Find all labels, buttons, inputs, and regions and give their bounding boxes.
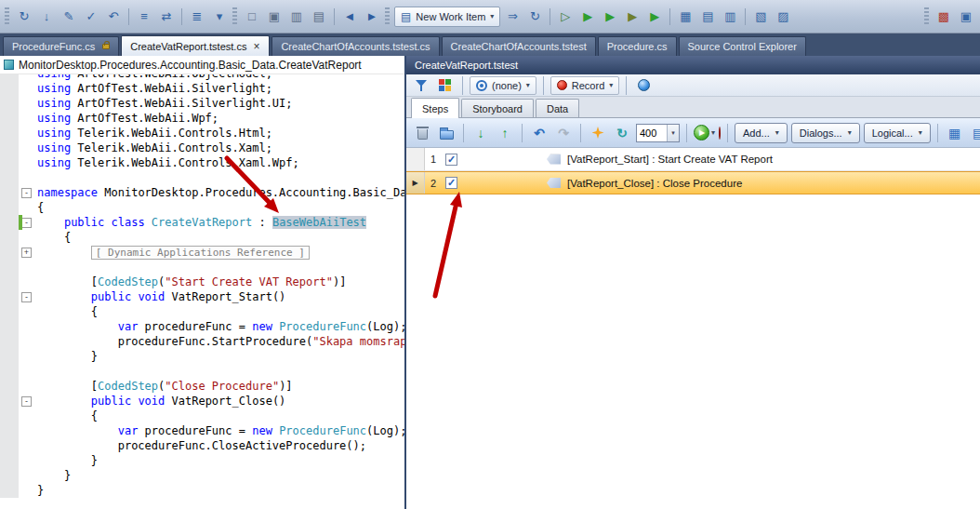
code-line[interactable]: using ArtOfTest.WebAii.Silverlight.UI; [0,96,404,111]
pane-title-bar[interactable]: CreateVatReport.tstest [406,56,980,74]
delay-dropdown-icon[interactable]: ▾ [667,125,679,141]
browser-globe-icon[interactable] [633,76,654,95]
debug-tests-icon[interactable]: ▶ [622,7,642,26]
highlight-sparkle-icon[interactable] [588,123,608,143]
compare-icon[interactable]: ⇄ [156,7,177,26]
toolbar-grip[interactable] [5,7,9,26]
add-dropdown[interactable]: Add...▾ [735,123,788,143]
step-checkbox[interactable]: ✓ [445,177,457,189]
code-line[interactable]: -namespace MonitorDesktop.Procedures.Acc… [0,185,404,200]
window-split-icon[interactable]: ▥ [286,7,307,26]
output-window-icon[interactable]: ▨ [773,7,793,26]
tab-source-control-explorer[interactable]: Source Control Explorer [679,36,806,56]
code-line[interactable]: } [0,453,404,468]
close-tab-icon[interactable]: × [252,41,260,52]
code-line[interactable]: { [0,409,404,423]
window-dock-icon[interactable]: ▤ [309,7,329,26]
toolbar-grip[interactable] [385,7,390,26]
bookmark-icon[interactable]: ▾ [209,7,230,26]
navigate-back-icon[interactable]: ◄ [339,7,360,26]
refresh-delay-icon[interactable]: ↻ [612,123,632,143]
code-line[interactable] [0,364,404,379]
error-list-icon[interactable]: ▧ [750,7,771,26]
record-step-button[interactable] [719,127,721,140]
undo-pending-icon[interactable]: ↶ [103,7,124,26]
delay-value-input[interactable] [637,127,667,139]
redo-icon[interactable]: ↷ [553,123,574,143]
toolbar-grip[interactable] [232,7,237,26]
code-line[interactable]: } [0,483,404,498]
test-step-row[interactable]: ▶2✓[VatReport_Close] : Close Procedure [406,171,980,194]
code-line[interactable]: - public class CreateVatReport : BaseWeb… [0,215,404,230]
run-button[interactable]: ▶▾ [694,125,715,141]
code-line[interactable]: } [0,468,404,483]
test-lists-icon[interactable]: ▦ [945,123,965,143]
expand-region-icon[interactable]: + [21,248,32,258]
code-line[interactable]: procedureFunc.CloseActiveProcedure(); [0,438,404,453]
step-checkbox[interactable]: ✓ [445,154,457,166]
navigate-forward-icon[interactable]: ► [362,7,382,26]
view-history-icon[interactable]: ≡ [134,7,154,26]
test-list-editor-icon[interactable]: ▥ [720,7,740,26]
tab-createvatreport-tstest-cs[interactable]: CreateVatReport.tstest.cs× [121,35,270,56]
execution-delay-input[interactable]: ▾ [636,124,680,142]
code-line[interactable]: - public void VatReport_Close() [0,394,404,409]
code-line[interactable]: var procedureFunc = new ProcedureFunc(Lo… [0,423,404,438]
code-line[interactable]: - public void VatReport_Start() [0,289,404,304]
collapse-region-icon[interactable]: - [21,292,32,302]
check-in-icon[interactable]: ✓ [81,7,101,26]
tab-procedurefunc-cs[interactable]: ProcedureFunc.cs [3,36,119,56]
tab-procedure-cs[interactable]: Procedure.cs [598,36,677,56]
collapse-region-icon[interactable]: - [21,396,32,407]
outline-collapse-icon[interactable]: ≣ [187,7,207,26]
code-line[interactable]: using ArtOfTest.WebAii.Silverlight; [0,81,404,96]
code-area[interactable]: using ArtOfTest.WebAii.ObjectModel;using… [0,74,404,509]
logical-dropdown[interactable]: Logical...▾ [864,123,931,143]
tab-createchartofaccounts-tstest[interactable]: CreateChartOfAccounts.tstest [442,36,596,56]
code-line[interactable] [0,170,404,185]
run-with-options-icon[interactable]: ▶ [644,7,665,26]
collapse-region-icon[interactable]: - [21,188,32,198]
refresh-source-icon[interactable]: ↻ [14,7,34,26]
collapse-region-icon[interactable]: - [21,218,32,228]
element-explorer-icon[interactable]: ▤ [969,123,980,143]
code-line[interactable]: using Telerik.WebAii.Controls.Xaml; [0,141,404,155]
code-line[interactable]: { [0,304,404,319]
code-line[interactable]: using Telerik.WebAii.Controls.Xaml.Wpf; [0,155,404,170]
record-dropdown[interactable]: Record▾ [550,76,619,95]
code-line[interactable]: procedureFunc.StartProcedure("Skapa moms… [0,334,404,349]
extension-icon[interactable]: ▩ [934,7,954,26]
code-line[interactable]: using Telerik.WebAii.Controls.Html; [0,126,404,141]
move-step-down-icon[interactable]: ↓ [470,123,491,143]
filter-edit-icon[interactable] [411,76,431,95]
code-line[interactable]: { [0,200,404,215]
link-work-item-icon[interactable]: ⇒ [502,7,523,26]
code-line[interactable]: using ArtOfTest.WebAii.ObjectModel; [0,74,404,81]
refresh-query-icon[interactable]: ↻ [524,7,545,26]
move-step-up-icon[interactable]: ↑ [495,123,515,143]
breadcrumb[interactable]: MonitorDesktop.Procedures.Accounting.Bas… [19,59,362,72]
highlight-element-icon[interactable] [435,76,456,95]
dialogs-dropdown[interactable]: Dialogs...▾ [791,123,860,143]
get-latest-icon[interactable]: ↓ [36,7,57,26]
data-source-dropdown[interactable]: (none)▾ [470,76,536,95]
tab-createchartofaccounts-tstest-cs[interactable]: CreateChartOfAccounts.tstest.cs [271,36,439,56]
run-tests-icon[interactable]: ▶ [577,7,598,26]
undo-icon[interactable]: ↶ [529,123,550,143]
code-line[interactable] [0,260,404,275]
run-all-tests-icon[interactable]: ▶ [600,7,620,26]
code-line[interactable]: [CodedStep("Start Create VAT Report")] [0,275,404,289]
code-line[interactable]: + [ Dynamic Applications Reference ] [0,245,404,260]
code-line[interactable]: { [0,230,404,245]
code-line[interactable]: } [0,349,404,364]
window-code-icon[interactable]: □ [242,7,262,26]
window-designer-icon[interactable]: ▣ [264,7,285,26]
code-line[interactable]: [CodedStep("Close Procedure")] [0,379,404,394]
toolbar-grip[interactable] [924,7,929,26]
code-line[interactable]: var procedureFunc = new ProcedureFunc(Lo… [0,319,404,334]
code-line[interactable]: using ArtOfTest.WebAii.Wpf; [0,111,404,126]
open-test-icon[interactable]: ▷ [555,7,576,26]
tab-storyboard[interactable]: Storyboard [461,99,534,117]
check-out-icon[interactable]: ✎ [59,7,79,26]
new-work-item-dropdown[interactable]: ▤New Work Item▾ [394,7,500,27]
